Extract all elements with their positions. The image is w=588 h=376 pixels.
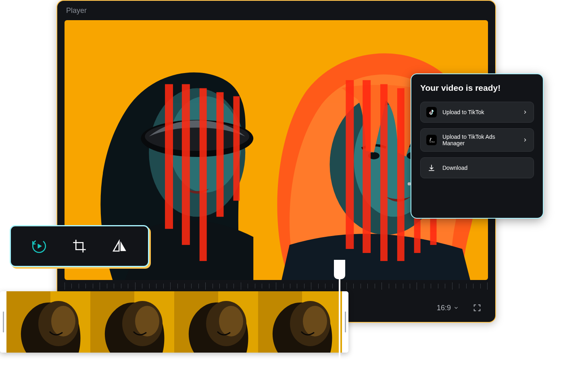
crop-icon [71, 238, 88, 255]
svg-point-37 [219, 306, 243, 336]
svg-rect-11 [182, 84, 190, 245]
upload-tiktok-button[interactable]: Upload to TikTok [420, 102, 534, 123]
chevron-right-icon [522, 109, 528, 115]
svg-rect-13 [217, 92, 224, 217]
svg-marker-25 [121, 241, 126, 251]
download-button[interactable]: Download [420, 157, 534, 178]
edit-toolbar [10, 225, 149, 267]
svg-point-29 [51, 306, 75, 336]
option-label: Upload to TikTok Ads Manager [442, 134, 517, 146]
svg-marker-24 [113, 241, 119, 251]
aspect-ratio-selector[interactable]: 16:9 [437, 304, 459, 312]
export-title: Your video is ready! [420, 83, 534, 93]
frame-thumbnail [90, 291, 174, 353]
crop-tool[interactable] [67, 234, 92, 258]
option-label: Upload to TikTok [442, 109, 517, 115]
frame-thumbnail [258, 291, 342, 353]
frame-thumbnail [6, 291, 90, 353]
flip-horizontal-icon [111, 238, 128, 255]
fullscreen-icon [473, 303, 482, 312]
svg-rect-18 [397, 88, 405, 261]
timeline-clip[interactable] [0, 291, 348, 353]
chevron-down-icon [453, 305, 459, 311]
svg-point-33 [135, 306, 159, 336]
player-title: Player [57, 1, 495, 18]
option-label: Download [442, 165, 528, 171]
svg-rect-17 [380, 84, 388, 261]
frame-thumbnail [174, 291, 258, 353]
svg-point-41 [303, 306, 327, 336]
export-panel: Your video is ready! Upload to TikTok fo… [411, 73, 544, 219]
fullscreen-button[interactable] [471, 302, 483, 314]
download-icon [426, 163, 437, 173]
upload-tiktok-ads-button[interactable]: for Business Upload to TikTok Ads Manage… [420, 128, 534, 152]
clip-handle-right[interactable] [342, 291, 348, 353]
svg-marker-23 [38, 244, 42, 249]
flip-tool[interactable] [108, 234, 132, 258]
svg-text:for Business: for Business [430, 141, 435, 143]
svg-rect-10 [165, 84, 173, 229]
replay-tool[interactable] [27, 234, 51, 258]
replay-icon [31, 238, 48, 255]
svg-rect-14 [233, 96, 240, 201]
chevron-right-icon [522, 137, 528, 143]
svg-rect-16 [363, 80, 371, 253]
clip-frames [6, 291, 342, 353]
aspect-ratio-value: 16:9 [437, 304, 451, 312]
tiktok-ads-icon: for Business [426, 135, 437, 145]
timeline-ruler[interactable] [65, 282, 488, 290]
clip-handle-left[interactable] [0, 291, 6, 353]
svg-rect-12 [200, 88, 207, 261]
svg-rect-15 [346, 80, 354, 249]
tiktok-icon [426, 107, 437, 117]
